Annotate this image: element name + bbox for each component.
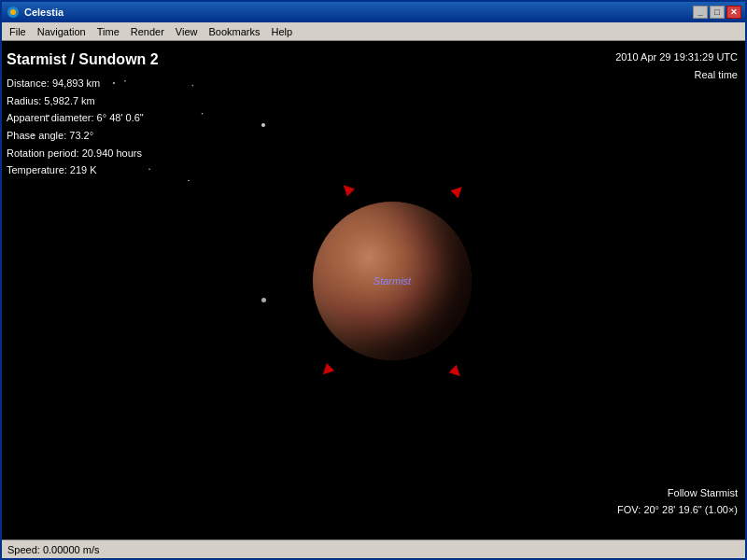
menu-help[interactable]: Help	[266, 24, 299, 39]
info-panel-top-right: 2010 Apr 29 19:31:29 UTC Real time	[615, 49, 738, 83]
planet-label: Starmist	[374, 275, 411, 287]
distance-stat: Distance: 94,893 km	[7, 75, 159, 92]
follow-status: Follow Starmist	[617, 484, 738, 502]
menu-navigation[interactable]: Navigation	[32, 24, 92, 39]
menu-time[interactable]: Time	[92, 24, 125, 39]
menubar: File Navigation Time Render View Bookmar…	[2, 22, 745, 41]
svg-point-1	[10, 9, 16, 15]
arrow-bottom-right: ▶	[448, 362, 466, 380]
menu-bookmarks[interactable]: Bookmarks	[204, 24, 266, 39]
app-window: Celestia _ □ ✕ File Navigation Time Rend…	[0, 0, 747, 560]
svg-point-4	[188, 180, 190, 181]
app-icon	[6, 5, 21, 20]
maximize-button[interactable]: □	[710, 6, 725, 19]
menu-view[interactable]: View	[170, 24, 204, 39]
object-title: Starmist / Sundown 2	[7, 49, 159, 71]
menu-render[interactable]: Render	[125, 24, 170, 39]
speed-display: Speed: 0.00000 m/s	[7, 544, 99, 555]
svg-point-64	[202, 113, 204, 115]
arrow-bottom-left: ▶	[318, 362, 336, 380]
datetime-display: 2010 Apr 29 19:31:29 UTC	[615, 49, 738, 66]
moon-dot	[261, 298, 266, 302]
info-panel-bottom-right: Follow Starmist FOV: 20° 28' 19.6" (1.00…	[617, 484, 738, 519]
svg-point-5	[261, 123, 265, 127]
realtime-mode: Real time	[615, 66, 738, 84]
phase-angle-stat: Phase angle: 73.2°	[7, 127, 159, 145]
info-panel-top-left: Starmist / Sundown 2 Distance: 94,893 km…	[7, 49, 159, 179]
window-title: Celestia	[24, 7, 691, 18]
apparent-diameter-stat: Apparent diameter: 6° 48' 0.6"	[7, 109, 159, 127]
statusbar: Speed: 0.00000 m/s	[2, 539, 745, 558]
temperature-stat: Temperature: 219 K	[7, 161, 159, 179]
arrow-top-right: ▶	[448, 181, 466, 199]
minimize-button[interactable]: _	[693, 6, 708, 19]
menu-file[interactable]: File	[4, 24, 32, 39]
close-button[interactable]: ✕	[726, 6, 741, 19]
titlebar: Celestia _ □ ✕	[2, 2, 745, 22]
rotation-period-stat: Rotation period: 20.940 hours	[7, 145, 159, 162]
svg-point-78	[192, 85, 194, 87]
fov-display: FOV: 20° 28' 19.6" (1.00×)	[617, 501, 738, 519]
arrow-top-left: ▶	[337, 181, 355, 199]
main-viewport[interactable]: Starmist ▶ ▶ ▶ ▶ Starmist / Sundown 2 Di…	[2, 41, 745, 539]
planet-container: Starmist ▶ ▶ ▶ ▶	[313, 202, 472, 360]
planet: Starmist	[313, 202, 472, 360]
info-stats: Distance: 94,893 km Radius: 5,982.7 km A…	[7, 75, 159, 179]
radius-stat: Radius: 5,982.7 km	[7, 92, 159, 110]
